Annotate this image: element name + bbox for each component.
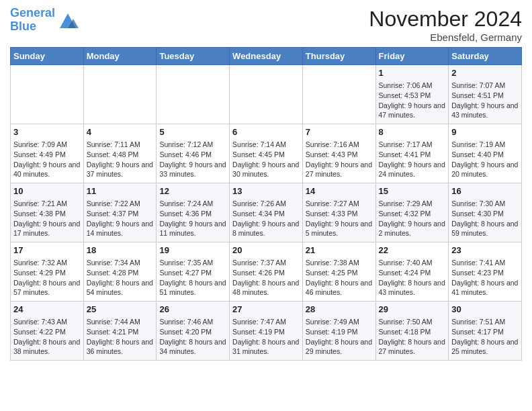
calendar-cell [11, 65, 84, 124]
day-number: 4 [87, 126, 154, 138]
logo: General Blue [10, 7, 79, 34]
calendar-row-5: 24Sunrise: 7:43 AMSunset: 4:22 PMDayligh… [11, 302, 522, 361]
day-number: 3 [13, 126, 81, 138]
day-info: Daylight: 9 hours and 20 minutes. [451, 160, 519, 179]
day-number: 22 [379, 244, 446, 257]
day-number: 17 [13, 244, 81, 257]
day-number: 9 [451, 126, 519, 138]
day-info: Daylight: 9 hours and 40 minutes. [13, 160, 81, 179]
day-info: Sunset: 4:25 PM [306, 268, 373, 278]
day-info: Sunset: 4:23 PM [451, 268, 519, 278]
day-info: Daylight: 9 hours and 30 minutes. [232, 160, 300, 179]
logo-general: General [10, 6, 55, 19]
day-info: Daylight: 8 hours and 41 minutes. [451, 278, 519, 298]
day-info: Sunset: 4:20 PM [159, 327, 226, 337]
day-info: Daylight: 8 hours and 36 minutes. [87, 337, 154, 357]
day-number: 25 [87, 304, 154, 316]
day-number: 30 [451, 304, 519, 316]
calendar-cell: 18Sunrise: 7:34 AMSunset: 4:28 PMDayligh… [83, 242, 157, 302]
day-info: Sunrise: 7:46 AM [159, 317, 226, 327]
day-header-tuesday: Tuesday [157, 48, 230, 65]
day-info: Daylight: 9 hours and 5 minutes. [306, 219, 373, 238]
day-info: Sunset: 4:18 PM [379, 327, 446, 337]
day-info: Sunset: 4:22 PM [13, 327, 81, 337]
day-number: 11 [87, 185, 154, 197]
day-info: Daylight: 9 hours and 47 minutes. [379, 101, 446, 120]
day-info: Sunrise: 7:32 AM [13, 258, 81, 268]
header: General Blue November 2024 Ebensfeld, Ge… [10, 7, 522, 43]
day-number: 29 [379, 304, 446, 316]
day-info: Sunrise: 7:37 AM [232, 258, 300, 268]
day-info: Sunset: 4:19 PM [232, 327, 300, 337]
day-info: Sunset: 4:37 PM [87, 209, 154, 219]
day-info: Daylight: 8 hours and 27 minutes. [379, 337, 446, 357]
day-info: Daylight: 8 hours and 46 minutes. [306, 278, 373, 298]
day-info: Sunrise: 7:14 AM [232, 140, 300, 150]
day-number: 8 [379, 126, 446, 138]
day-number: 26 [159, 304, 226, 316]
day-number: 2 [451, 67, 519, 79]
day-info: Sunset: 4:40 PM [451, 150, 519, 160]
day-header-sunday: Sunday [11, 48, 84, 65]
calendar-cell: 5Sunrise: 7:12 AMSunset: 4:46 PMDaylight… [157, 124, 230, 183]
calendar-row-2: 3Sunrise: 7:09 AMSunset: 4:49 PMDaylight… [11, 124, 522, 183]
calendar-cell: 17Sunrise: 7:32 AMSunset: 4:29 PMDayligh… [11, 242, 84, 302]
day-info: Sunset: 4:51 PM [451, 91, 519, 101]
calendar-cell: 3Sunrise: 7:09 AMSunset: 4:49 PMDaylight… [11, 124, 84, 183]
day-info: Daylight: 9 hours and 8 minutes. [232, 219, 300, 238]
calendar-cell [302, 65, 375, 124]
calendar-cell: 11Sunrise: 7:22 AMSunset: 4:37 PMDayligh… [83, 183, 157, 242]
calendar-cell: 21Sunrise: 7:38 AMSunset: 4:25 PMDayligh… [302, 242, 375, 302]
day-info: Sunrise: 7:12 AM [159, 140, 226, 150]
day-info: Sunset: 4:45 PM [232, 150, 300, 160]
calendar-cell: 23Sunrise: 7:41 AMSunset: 4:23 PMDayligh… [449, 242, 522, 302]
day-number: 12 [159, 185, 226, 197]
month-year-title: November 2024 [369, 7, 522, 32]
calendar-cell [157, 65, 230, 124]
day-info: Daylight: 8 hours and 48 minutes. [232, 278, 300, 298]
calendar-cell: 14Sunrise: 7:27 AMSunset: 4:33 PMDayligh… [302, 183, 375, 242]
day-info: Daylight: 8 hours and 59 minutes. [451, 219, 519, 238]
day-header-saturday: Saturday [449, 48, 522, 65]
title-section: November 2024 Ebensfeld, Germany [369, 7, 522, 43]
day-info: Daylight: 8 hours and 25 minutes. [451, 337, 519, 357]
day-number: 6 [232, 126, 300, 138]
logo-blue: Blue [10, 19, 36, 33]
day-number: 27 [232, 304, 300, 316]
day-number: 14 [306, 185, 373, 197]
calendar-cell: 16Sunrise: 7:30 AMSunset: 4:30 PMDayligh… [449, 183, 522, 242]
day-info: Sunset: 4:17 PM [451, 327, 519, 337]
calendar-cell [83, 65, 157, 124]
calendar-cell: 24Sunrise: 7:43 AMSunset: 4:22 PMDayligh… [11, 302, 84, 361]
calendar-cell: 22Sunrise: 7:40 AMSunset: 4:24 PMDayligh… [375, 242, 449, 302]
day-info: Sunset: 4:26 PM [232, 268, 300, 278]
day-info: Sunrise: 7:43 AM [13, 317, 81, 327]
calendar-row-3: 10Sunrise: 7:21 AMSunset: 4:38 PMDayligh… [11, 183, 522, 242]
day-info: Sunset: 4:27 PM [159, 268, 226, 278]
calendar-cell: 7Sunrise: 7:16 AMSunset: 4:43 PMDaylight… [302, 124, 375, 183]
calendar-cell: 10Sunrise: 7:21 AMSunset: 4:38 PMDayligh… [11, 183, 84, 242]
day-info: Sunset: 4:49 PM [13, 150, 81, 160]
day-info: Sunrise: 7:24 AM [159, 199, 226, 209]
calendar-cell: 19Sunrise: 7:35 AMSunset: 4:27 PMDayligh… [157, 242, 230, 302]
header-row: SundayMondayTuesdayWednesdayThursdayFrid… [11, 48, 522, 65]
day-info: Sunrise: 7:27 AM [306, 199, 373, 209]
day-info: Sunrise: 7:35 AM [159, 258, 226, 268]
day-info: Daylight: 8 hours and 54 minutes. [87, 278, 154, 298]
day-number: 21 [306, 244, 373, 257]
day-info: Daylight: 9 hours and 24 minutes. [379, 160, 446, 179]
day-info: Sunrise: 7:29 AM [379, 199, 446, 209]
calendar-cell: 26Sunrise: 7:46 AMSunset: 4:20 PMDayligh… [157, 302, 230, 361]
day-info: Sunset: 4:41 PM [379, 150, 446, 160]
day-info: Sunset: 4:32 PM [379, 209, 446, 219]
day-info: Sunset: 4:19 PM [306, 327, 373, 337]
calendar-cell: 30Sunrise: 7:51 AMSunset: 4:17 PMDayligh… [449, 302, 522, 361]
day-info: Sunset: 4:28 PM [87, 268, 154, 278]
day-info: Sunset: 4:29 PM [13, 268, 81, 278]
day-info: Sunrise: 7:34 AM [87, 258, 154, 268]
calendar-cell: 1Sunrise: 7:06 AMSunset: 4:53 PMDaylight… [375, 65, 449, 124]
day-info: Daylight: 8 hours and 51 minutes. [159, 278, 226, 298]
day-info: Sunrise: 7:47 AM [232, 317, 300, 327]
day-info: Sunset: 4:38 PM [13, 209, 81, 219]
day-info: Daylight: 8 hours and 31 minutes. [232, 337, 300, 357]
